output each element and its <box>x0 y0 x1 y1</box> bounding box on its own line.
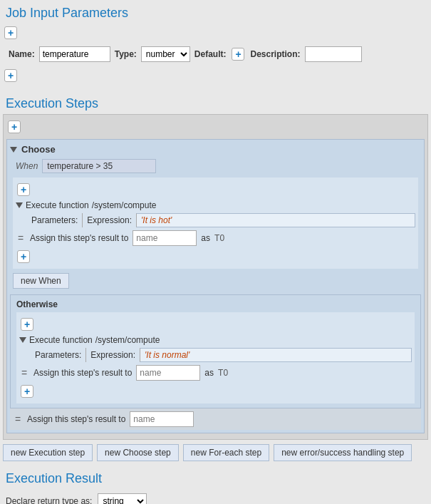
add-otherwise-step-button[interactable]: + <box>21 318 33 331</box>
assign-label: Assign this step's result to <box>30 233 128 243</box>
add-when-step-button[interactable]: + <box>17 183 30 196</box>
job-input-title: Job Input Parameters <box>0 0 431 24</box>
choose-assign-row: = Assign this step's result to <box>10 408 421 430</box>
func-path: /system/compute <box>92 200 157 210</box>
job-input-section: Job Input Parameters + Name: Type: numbe… <box>0 0 431 91</box>
add-param-button-bottom[interactable]: + <box>4 69 17 82</box>
otherwise-equals-sign: = <box>19 367 29 379</box>
otherwise-assign-name-input[interactable] <box>136 365 200 381</box>
desc-input[interactable] <box>305 46 362 62</box>
new-choose-step-button[interactable]: new Choose step <box>97 444 179 461</box>
otherwise-expr-value: 'It is normal' <box>145 350 189 360</box>
otherwise-params-label: Parameters: <box>35 350 81 360</box>
desc-label: Description: <box>250 49 300 59</box>
new-execution-step-button[interactable]: new Execution step <box>3 444 93 461</box>
expr-label: Expression: <box>87 215 132 225</box>
choose-label: Choose <box>21 144 56 155</box>
condition-expr[interactable]: temperature > 35 <box>42 159 156 173</box>
exec-steps-area: + Choose When temperature > 35 + Execute… <box>3 114 428 440</box>
new-error-step-button[interactable]: new error/success handling step <box>274 444 412 461</box>
otherwise-expr-value-cell[interactable]: 'It is normal' <box>140 348 412 362</box>
equals-sign: = <box>16 232 26 244</box>
result-row: Declare return type as: string number bo… <box>0 489 431 504</box>
add-param-button-top[interactable]: + <box>4 26 17 39</box>
name-input[interactable] <box>39 46 110 62</box>
exec-result-title: Execution Result <box>0 466 431 489</box>
choose-header: Choose <box>10 143 421 156</box>
params-label: Parameters: <box>31 215 78 225</box>
otherwise-assign-label: Assign this step's result to <box>33 368 132 378</box>
otherwise-expr-label: Expression: <box>90 350 135 360</box>
params-label-cell: Parameters: <box>27 213 82 227</box>
otherwise-exec-func-label: Execute function <box>29 335 93 345</box>
new-foreach-step-button[interactable]: new For-each step <box>183 444 269 461</box>
as-label: as <box>201 233 210 243</box>
otherwise-label: Otherwise <box>14 298 417 311</box>
when-row: When temperature > 35 <box>10 156 421 176</box>
execution-steps-title: Execution Steps <box>0 91 431 114</box>
name-label: Name: <box>9 49 35 59</box>
when-label: When <box>16 161 38 171</box>
type-label: Type: <box>115 49 137 59</box>
otherwise-params-table: Parameters: Expression: 'It is normal' <box>31 348 412 362</box>
assign-row: = Assign this step's result to as T0 <box>16 229 415 247</box>
add-when-step-button2[interactable]: + <box>17 250 30 263</box>
add-step-button[interactable]: + <box>8 120 21 133</box>
assign-name-input[interactable] <box>133 230 197 246</box>
otherwise-exec-func-row: Execute function /system/compute <box>19 334 412 346</box>
otherwise-expr-label-cell: Expression: <box>85 348 140 362</box>
new-when-button[interactable]: new When <box>13 273 69 289</box>
choose-assign-input[interactable] <box>130 411 194 427</box>
default-label: Default: <box>194 49 227 59</box>
exec-func-row: Execute function /system/compute <box>16 199 415 212</box>
add-default-button[interactable]: + <box>232 48 244 61</box>
bottom-buttons: new Execution step new Choose step new F… <box>0 440 431 466</box>
exec-func-label: Execute function <box>26 200 89 210</box>
expr-label-cell: Expression: <box>82 213 136 227</box>
add-otherwise-step-button2[interactable]: + <box>21 385 33 398</box>
otherwise-params-label-cell: Parameters: <box>31 348 85 362</box>
type-select[interactable]: number string boolean <box>141 46 190 62</box>
param-row: Name: Type: number string boolean Defaul… <box>3 42 428 66</box>
otherwise-section: Otherwise + Execute function /system/com… <box>10 294 421 408</box>
otherwise-assign-row: = Assign this step's result to as T0 <box>19 364 412 382</box>
otherwise-type-val: T0 <box>218 368 228 378</box>
params-table: Parameters: Expression: 'It is hot' <box>27 213 415 227</box>
return-type-select[interactable]: string number boolean object <box>98 493 147 504</box>
exec-collapse-icon[interactable] <box>16 202 23 208</box>
choose-assign-label: Assign this step's result to <box>27 414 125 424</box>
execution-result-section: Execution Result Declare return type as:… <box>0 466 431 504</box>
otherwise-func-path: /system/compute <box>95 335 160 345</box>
execution-steps-section: Execution Steps + Choose When temperatur… <box>0 91 431 466</box>
expr-value-cell[interactable]: 'It is hot' <box>136 213 415 227</box>
otherwise-as-label: as <box>204 368 214 378</box>
type-val: T0 <box>214 233 224 243</box>
expr-value: 'It is hot' <box>141 215 172 225</box>
when-content: + Execute function /system/compute Param… <box>13 178 418 269</box>
declare-label: Declare return type as: <box>6 496 92 504</box>
collapse-icon[interactable] <box>10 147 17 153</box>
choose-assign-equals: = <box>13 413 23 425</box>
otherwise-exec-collapse-icon[interactable] <box>19 337 26 343</box>
choose-block: Choose When temperature > 35 + Execute f… <box>6 139 425 433</box>
otherwise-content: + Execute function /system/compute Param… <box>16 312 415 403</box>
